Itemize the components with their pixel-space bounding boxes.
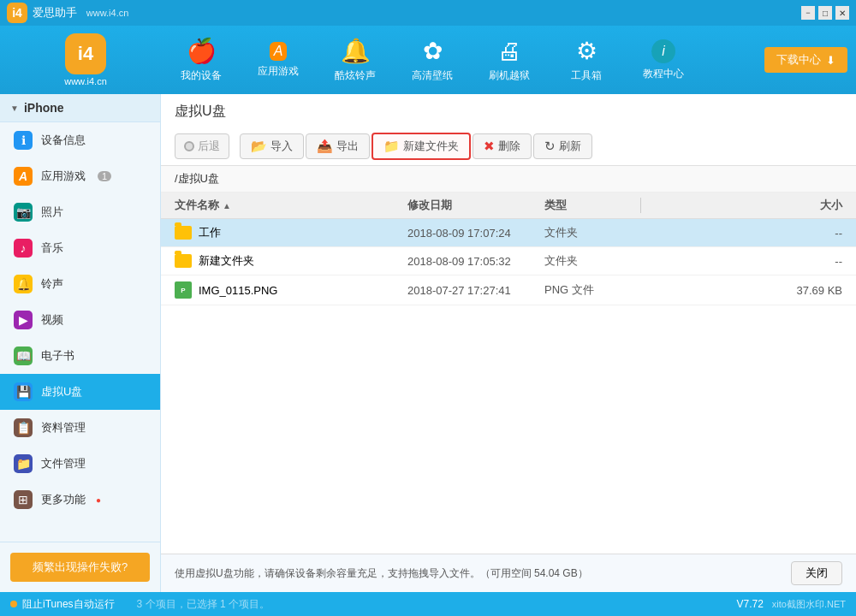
- back-label: 后退: [198, 139, 220, 154]
- device-arrow-icon: ▼: [10, 104, 19, 113]
- ebooks-icon: 📖: [14, 346, 33, 365]
- file-cell-size: 37.69 KB: [640, 278, 856, 303]
- header-right: 下载中心 ⬇: [764, 47, 847, 73]
- nav-apps[interactable]: A 应用游戏: [240, 26, 317, 94]
- sidebar-item-photos[interactable]: 📷 照片: [0, 194, 160, 230]
- app-name: 爱思助手 www.i4.cn: [33, 5, 128, 21]
- import-button[interactable]: 📂 导入: [240, 133, 304, 159]
- file-cell-date: 2018-08-09 17:07:24: [401, 221, 538, 246]
- device-info-label: 设备信息: [41, 133, 86, 148]
- apps-badge: 1: [98, 171, 111, 181]
- file-cell-type: 文件夹: [538, 247, 640, 275]
- virtual-disk-icon: 💾: [14, 382, 33, 401]
- minimize-button[interactable]: －: [801, 6, 815, 20]
- sidebar-item-ebooks[interactable]: 📖 电子书: [0, 338, 160, 374]
- refresh-button[interactable]: ↻ 刷新: [533, 133, 592, 159]
- delete-icon: ✖: [484, 139, 495, 154]
- ringtones-icon: 🔔: [341, 37, 371, 65]
- toolbar: 后退 📂 导入 📤 导出 📁 新建文件夹 ✖ 删除: [175, 127, 842, 165]
- device-info-icon: ℹ: [14, 131, 33, 150]
- statusbar: 阻止iTunes自动运行 3 个项目，已选择 1 个项目。 V7.72 xito…: [0, 592, 856, 616]
- app-logo: i4: [7, 3, 27, 23]
- wallpapers-icon: ✿: [423, 37, 443, 65]
- logo-subtitle: www.i4.cn: [64, 76, 107, 86]
- folder-icon: [175, 254, 192, 268]
- table-row[interactable]: 新建文件夹 2018-08-09 17:05:32 文件夹 --: [161, 247, 856, 275]
- import-label: 导入: [270, 139, 293, 154]
- export-button[interactable]: 📤 导出: [306, 133, 370, 159]
- tutorials-icon: i: [651, 39, 675, 63]
- new-folder-button[interactable]: 📁 新建文件夹: [372, 133, 471, 160]
- nav-tools[interactable]: ⚙ 工具箱: [548, 26, 625, 94]
- sidebar-item-music[interactable]: ♪ 音乐: [0, 230, 160, 266]
- sidebar-device[interactable]: ▼ iPhone: [0, 94, 160, 122]
- freq-fail-button[interactable]: 频繁出现操作失败?: [10, 553, 150, 582]
- nav-ringtones[interactable]: 🔔 酷炫铃声: [317, 26, 394, 94]
- ringtones-sidebar-icon: 🔔: [14, 275, 33, 293]
- sidebar-item-data-mgmt[interactable]: 📋 资料管理: [0, 410, 160, 446]
- sidebar-item-videos[interactable]: ▶ 视频: [0, 302, 160, 338]
- statusbar-left: 阻止iTunes自动运行 3 个项目，已选择 1 个项目。: [10, 597, 270, 612]
- tools-icon: ⚙: [576, 37, 597, 65]
- sidebar-bottom: 频繁出现操作失败?: [0, 542, 160, 592]
- main-layout: ▼ iPhone ℹ 设备信息 A 应用游戏 1 📷 照片 ♪ 音乐 🔔 铃声 …: [0, 94, 856, 592]
- folder-icon: [175, 226, 192, 240]
- nav-jailbreak[interactable]: 🖨 刷机越狱: [471, 26, 548, 94]
- music-label: 音乐: [41, 240, 63, 256]
- sort-arrow-icon: ▲: [223, 201, 231, 210]
- content-header: 虚拟U盘 后退 📂 导入 📤 导出 📁 新建文件夹: [161, 94, 856, 166]
- sidebar: ▼ iPhone ℹ 设备信息 A 应用游戏 1 📷 照片 ♪ 音乐 🔔 铃声 …: [0, 94, 161, 592]
- maximize-button[interactable]: □: [818, 6, 832, 20]
- download-icon: ⬇: [826, 54, 835, 67]
- file-cell-type: 文件夹: [538, 219, 640, 246]
- tutorials-label: 教程中心: [643, 67, 684, 81]
- table-row[interactable]: P IMG_0115.PNG 2018-07-27 17:27:41 PNG 文…: [161, 275, 856, 305]
- my-device-label: 我的设备: [181, 68, 222, 83]
- sidebar-item-more[interactable]: ⊞ 更多功能 ●: [0, 482, 160, 518]
- col-header-name: 文件名称 ▲: [161, 198, 401, 213]
- file-name: 新建文件夹: [199, 253, 254, 269]
- back-radio-icon: [184, 141, 194, 151]
- col-header-size: 大小: [641, 198, 856, 213]
- statusbar-right: V7.72 xito截图水印.NET: [736, 598, 846, 611]
- videos-label: 视频: [41, 312, 63, 328]
- logo-area: i4 www.i4.cn: [9, 33, 163, 86]
- jailbreak-icon: 🖨: [497, 37, 521, 65]
- file-cell-type: PNG 文件: [538, 276, 640, 304]
- close-button[interactable]: 关闭: [791, 561, 842, 585]
- table-header: 文件名称 ▲ 修改日期 类型 大小: [161, 192, 856, 219]
- sidebar-item-apps[interactable]: A 应用游戏 1: [0, 158, 160, 194]
- app-subtitle-text: www.i4.cn: [86, 8, 129, 18]
- close-window-button[interactable]: ✕: [835, 6, 849, 20]
- delete-button[interactable]: ✖ 删除: [473, 133, 532, 159]
- sidebar-item-virtual-disk[interactable]: 💾 虚拟U盘: [0, 374, 160, 410]
- breadcrumb: /虚拟U盘: [161, 166, 856, 192]
- sidebar-item-ringtones[interactable]: 🔔 铃声: [0, 266, 160, 302]
- refresh-icon: ↻: [544, 139, 556, 154]
- status-count-text: 3 个项目，已选择 1 个项目。: [137, 597, 270, 612]
- png-file-icon: P: [175, 281, 192, 299]
- content-title: 虚拟U盘: [175, 103, 842, 121]
- data-mgmt-icon: 📋: [14, 418, 33, 437]
- bottom-bar: 使用虚拟U盘功能，请确保设备剩余容量充足，支持拖拽导入文件。（可用空间 54.0…: [161, 554, 856, 592]
- file-name: 工作: [199, 225, 221, 240]
- virtual-disk-label: 虚拟U盘: [41, 384, 82, 400]
- new-folder-label: 新建文件夹: [403, 139, 459, 154]
- download-center-button[interactable]: 下载中心 ⬇: [764, 47, 847, 73]
- watermark-text: xito截图水印.NET: [772, 598, 846, 611]
- file-cell-name: 新建文件夹: [161, 247, 401, 275]
- nav-wallpapers[interactable]: ✿ 高清壁纸: [394, 26, 471, 94]
- nav-my-device[interactable]: 🍎 我的设备: [163, 26, 240, 94]
- apps-sidebar-icon: A: [14, 167, 33, 186]
- sidebar-item-device-info[interactable]: ℹ 设备信息: [0, 122, 160, 158]
- back-button[interactable]: 后退: [175, 133, 229, 159]
- file-mgmt-icon: 📁: [14, 454, 33, 473]
- version-text: V7.72: [736, 598, 763, 610]
- my-device-icon: 🍎: [187, 37, 217, 65]
- download-btn-label: 下载中心: [776, 52, 821, 68]
- table-row[interactable]: 工作 2018-08-09 17:07:24 文件夹 --: [161, 219, 856, 247]
- file-cell-name: 工作: [161, 219, 401, 246]
- nav-tutorials[interactable]: i 教程中心: [625, 26, 702, 94]
- sidebar-item-file-mgmt[interactable]: 📁 文件管理: [0, 446, 160, 482]
- photos-icon: 📷: [14, 203, 33, 222]
